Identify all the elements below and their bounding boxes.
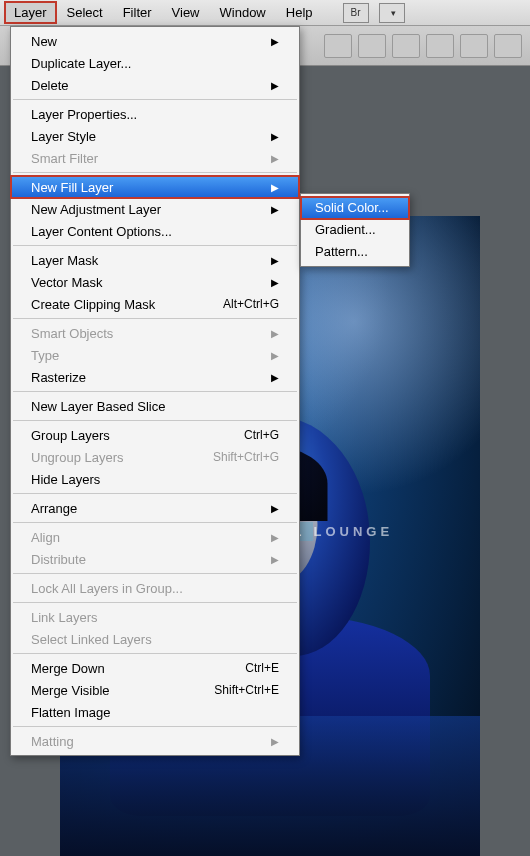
menu-item-shortcut: Shift+Ctrl+E [214, 683, 279, 697]
menu-item-flatten-image[interactable]: Flatten Image [11, 701, 299, 723]
submenu-arrow-icon: ▶ [261, 554, 279, 565]
menubar-item-filter[interactable]: Filter [113, 1, 162, 24]
menu-item-label: Layer Properties... [31, 107, 137, 122]
workspace-switcher-icon[interactable] [379, 3, 405, 23]
align-button-6[interactable] [494, 34, 522, 58]
menu-item-select-linked-layers: Select Linked Layers [11, 628, 299, 650]
menu-separator [13, 573, 297, 574]
menu-separator [13, 493, 297, 494]
menu-item-shortcut: Alt+Ctrl+G [223, 297, 279, 311]
submenu-arrow-icon: ▶ [261, 36, 279, 47]
menu-item-merge-down[interactable]: Merge DownCtrl+E [11, 657, 299, 679]
menu-item-label: New Layer Based Slice [31, 399, 165, 414]
menu-separator [13, 522, 297, 523]
menu-item-duplicate-layer[interactable]: Duplicate Layer... [11, 52, 299, 74]
submenu-item-pattern[interactable]: Pattern... [301, 241, 409, 263]
menu-item-label: Duplicate Layer... [31, 56, 131, 71]
layer-menu: New▶Duplicate Layer...Delete▶Layer Prope… [10, 26, 300, 756]
menu-item-group-layers[interactable]: Group LayersCtrl+G [11, 424, 299, 446]
menu-item-vector-mask[interactable]: Vector Mask▶ [11, 271, 299, 293]
menu-separator [13, 602, 297, 603]
align-button-2[interactable] [358, 34, 386, 58]
align-button-1[interactable] [324, 34, 352, 58]
menu-separator [13, 653, 297, 654]
menu-item-label: New Fill Layer [31, 180, 113, 195]
submenu-item-solid-color[interactable]: Solid Color... [301, 197, 409, 219]
menubar-item-window[interactable]: Window [210, 1, 276, 24]
menu-item-smart-filter: Smart Filter▶ [11, 147, 299, 169]
menu-item-label: Matting [31, 734, 74, 749]
menu-item-label: Merge Visible [31, 683, 110, 698]
bridge-icon[interactable]: Br [343, 3, 369, 23]
menu-separator [13, 726, 297, 727]
menu-item-label: Group Layers [31, 428, 110, 443]
menu-item-new-fill-layer[interactable]: New Fill Layer▶ [11, 176, 299, 198]
submenu-arrow-icon: ▶ [261, 131, 279, 142]
menu-item-label: Rasterize [31, 370, 86, 385]
menu-item-label: Layer Content Options... [31, 224, 172, 239]
menu-separator [13, 420, 297, 421]
menu-separator [13, 318, 297, 319]
menu-item-arrange[interactable]: Arrange▶ [11, 497, 299, 519]
menu-item-label: Ungroup Layers [31, 450, 124, 465]
align-button-4[interactable] [426, 34, 454, 58]
submenu-arrow-icon: ▶ [261, 372, 279, 383]
submenu-arrow-icon: ▶ [261, 153, 279, 164]
menubar: Layer Select Filter View Window Help Br [0, 0, 530, 26]
menu-item-hide-layers[interactable]: Hide Layers [11, 468, 299, 490]
menu-separator [13, 391, 297, 392]
menu-item-distribute: Distribute▶ [11, 548, 299, 570]
submenu-arrow-icon: ▶ [261, 204, 279, 215]
align-button-5[interactable] [460, 34, 488, 58]
menu-separator [13, 245, 297, 246]
menu-item-new[interactable]: New▶ [11, 30, 299, 52]
menu-item-label: New [31, 34, 57, 49]
menu-item-layer-style[interactable]: Layer Style▶ [11, 125, 299, 147]
menu-item-new-adjustment-layer[interactable]: New Adjustment Layer▶ [11, 198, 299, 220]
submenu-item-gradient[interactable]: Gradient... [301, 219, 409, 241]
menu-item-label: Arrange [31, 501, 77, 516]
menu-item-matting: Matting▶ [11, 730, 299, 752]
submenu-arrow-icon: ▶ [261, 350, 279, 361]
menu-item-lock-all-layers-in-group: Lock All Layers in Group... [11, 577, 299, 599]
submenu-arrow-icon: ▶ [261, 255, 279, 266]
menu-item-label: Layer Mask [31, 253, 98, 268]
watermark-part2: LOUNGE [313, 524, 393, 539]
menu-item-layer-mask[interactable]: Layer Mask▶ [11, 249, 299, 271]
menu-item-merge-visible[interactable]: Merge VisibleShift+Ctrl+E [11, 679, 299, 701]
submenu-arrow-icon: ▶ [261, 328, 279, 339]
menubar-item-select[interactable]: Select [57, 1, 113, 24]
menu-item-label: Create Clipping Mask [31, 297, 155, 312]
menu-item-label: Select Linked Layers [31, 632, 152, 647]
submenu-arrow-icon: ▶ [261, 503, 279, 514]
menubar-item-view[interactable]: View [162, 1, 210, 24]
menu-item-label: Delete [31, 78, 69, 93]
menu-item-rasterize[interactable]: Rasterize▶ [11, 366, 299, 388]
menu-item-shortcut: Shift+Ctrl+G [213, 450, 279, 464]
menu-item-new-layer-based-slice[interactable]: New Layer Based Slice [11, 395, 299, 417]
menu-item-label: Smart Objects [31, 326, 113, 341]
menu-item-layer-content-options[interactable]: Layer Content Options... [11, 220, 299, 242]
menu-item-shortcut: Ctrl+G [244, 428, 279, 442]
submenu-arrow-icon: ▶ [261, 532, 279, 543]
menu-item-label: Type [31, 348, 59, 363]
menu-item-label: New Adjustment Layer [31, 202, 161, 217]
menu-item-label: Vector Mask [31, 275, 103, 290]
menu-item-label: Layer Style [31, 129, 96, 144]
menu-separator [13, 172, 297, 173]
menu-item-create-clipping-mask[interactable]: Create Clipping MaskAlt+Ctrl+G [11, 293, 299, 315]
submenu-arrow-icon: ▶ [261, 80, 279, 91]
menu-item-shortcut: Ctrl+E [245, 661, 279, 675]
menubar-item-help[interactable]: Help [276, 1, 323, 24]
menu-item-type: Type▶ [11, 344, 299, 366]
menu-item-label: Distribute [31, 552, 86, 567]
menu-item-label: Align [31, 530, 60, 545]
align-button-3[interactable] [392, 34, 420, 58]
menu-item-delete[interactable]: Delete▶ [11, 74, 299, 96]
menu-item-smart-objects: Smart Objects▶ [11, 322, 299, 344]
menu-item-link-layers: Link Layers [11, 606, 299, 628]
menu-item-layer-properties[interactable]: Layer Properties... [11, 103, 299, 125]
new-fill-layer-submenu: Solid Color...Gradient...Pattern... [300, 193, 410, 267]
menu-separator [13, 99, 297, 100]
menubar-item-layer[interactable]: Layer [4, 1, 57, 24]
